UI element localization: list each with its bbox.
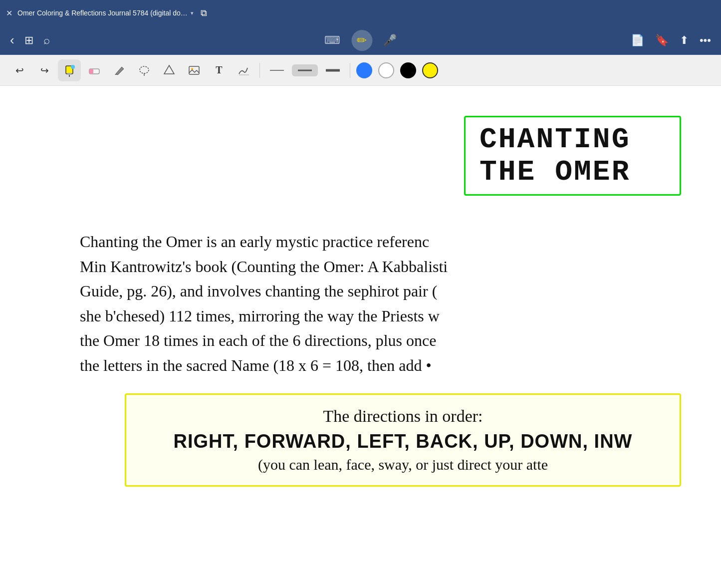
separator-1 (259, 63, 260, 78)
toolbar-center: ⌨ ✏ 🎤 (324, 30, 397, 51)
pencil-tool-button[interactable]: ✏ (351, 30, 372, 51)
chevron-down-icon[interactable]: ▾ (191, 10, 194, 16)
share-icon[interactable]: ⬆ (680, 34, 689, 47)
svg-rect-1 (67, 73, 71, 75)
grid-button[interactable]: ⊞ (24, 34, 33, 47)
signature-tool[interactable] (233, 59, 255, 81)
drawing-toolbar: ↩ ↪ (0, 55, 721, 86)
size-medium-button[interactable] (292, 64, 318, 76)
bookmark-icon[interactable]: 🔖 (655, 34, 669, 47)
svg-point-6 (140, 66, 149, 73)
svg-rect-8 (189, 66, 199, 74)
svg-point-3 (71, 65, 75, 69)
separator-2 (350, 63, 350, 78)
microphone-icon[interactable]: 🎤 (383, 34, 397, 47)
directions-title: The directions in order: (142, 407, 664, 426)
back-button[interactable]: ‹ (10, 32, 14, 48)
multi-window-icon[interactable]: ⧉ (201, 8, 207, 18)
directions-box: The directions in order: RIGHT, FORWARD,… (125, 393, 681, 487)
body-paragraph: Chanting the Omer is an early mystic pra… (80, 230, 681, 378)
toolbar-right: 📄 🔖 ⬆ ••• (631, 34, 711, 47)
lasso-tool[interactable] (133, 59, 156, 81)
document-content: CHANTING THE OMER Chanting the Omer is a… (0, 86, 721, 588)
svg-rect-5 (89, 69, 93, 74)
title-highlight-box: CHANTING THE OMER (464, 116, 681, 196)
highlighter-tool[interactable] (58, 59, 81, 81)
new-document-icon[interactable]: 📄 (631, 34, 644, 47)
toolbar-left: ‹ ⊞ ⌕ (10, 32, 50, 48)
directions-note: (you can lean, face, sway, or just direc… (142, 456, 664, 473)
color-blue[interactable] (356, 62, 372, 78)
eraser-tool[interactable] (83, 59, 106, 81)
close-button[interactable]: ✕ (6, 8, 12, 18)
undo-button[interactable]: ↩ (8, 59, 31, 81)
keyboard-icon[interactable]: ⌨ (324, 34, 340, 47)
title-bar: ✕ Omer Coloring & Reflections Journal 57… (0, 0, 721, 26)
color-yellow[interactable] (422, 62, 438, 78)
size-thin-button[interactable] (264, 64, 290, 76)
directions-list: RIGHT, FORWARD, LEFT, BACK, UP, DOWN, IN… (142, 431, 664, 452)
color-black[interactable] (400, 62, 416, 78)
redo-button[interactable]: ↪ (33, 59, 56, 81)
color-white[interactable] (378, 62, 394, 78)
document-title: CHANTING THE OMER (480, 123, 630, 188)
search-button[interactable]: ⌕ (43, 34, 50, 47)
size-thick-button[interactable] (320, 64, 346, 76)
shape-tool[interactable] (158, 59, 181, 81)
top-toolbar: ‹ ⊞ ⌕ ⌨ ✏ 🎤 📄 🔖 ⬆ ••• (0, 26, 721, 55)
pen-tool[interactable] (108, 59, 131, 81)
svg-marker-7 (164, 65, 174, 74)
more-options-icon[interactable]: ••• (700, 34, 711, 47)
title-container: CHANTING THE OMER (269, 116, 681, 214)
image-tool[interactable] (183, 59, 206, 81)
text-tool[interactable]: T (208, 59, 231, 81)
window-title: Omer Coloring & Reflections Journal 5784… (17, 8, 715, 18)
